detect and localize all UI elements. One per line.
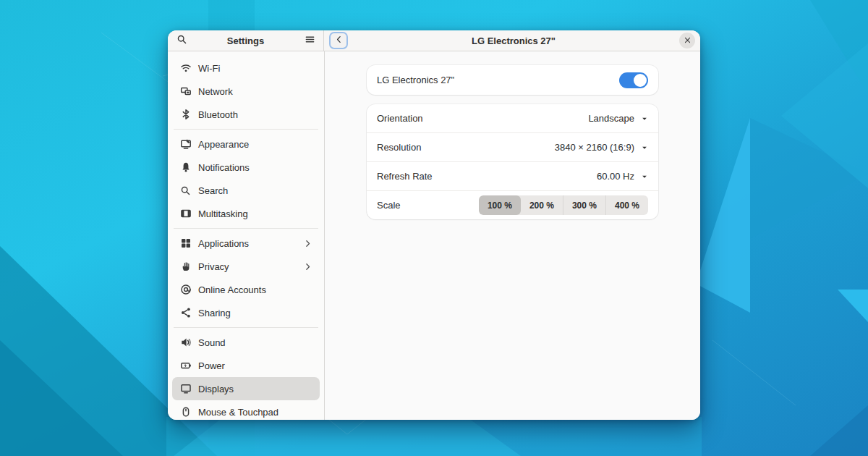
sidebar-item-sharing[interactable]: Sharing xyxy=(172,301,320,324)
search-button[interactable] xyxy=(173,32,190,49)
resolution-row[interactable]: Resolution3840 × 2160 (16:9) xyxy=(367,133,658,162)
sidebar-item-label: Privacy xyxy=(198,261,297,272)
row-label: Orientation xyxy=(377,113,423,124)
page-title: LG Electronics 27" xyxy=(348,35,679,46)
sidebar-item-label: Sound xyxy=(198,337,312,348)
wifi-icon xyxy=(179,62,192,74)
speaker-icon xyxy=(179,337,192,348)
display-toggle-switch[interactable] xyxy=(619,72,648,88)
settings-window: Settings LG Electronics 27" Wi-FiNetwork… xyxy=(168,30,700,420)
display-toggle-row[interactable]: LG Electronics 27" xyxy=(367,65,658,95)
scale-option-100pct[interactable]: 100 % xyxy=(479,195,521,215)
battery-icon xyxy=(179,360,192,371)
hamburger-menu-icon xyxy=(305,34,315,47)
bell-icon xyxy=(179,161,192,173)
sidebar-item-label: Mouse & Touchpad xyxy=(198,407,312,418)
row-value: 3840 × 2160 (16:9) xyxy=(555,142,634,153)
sidebar-separator xyxy=(174,129,318,130)
sidebar-item-label: Notifications xyxy=(198,162,312,173)
orientation-row[interactable]: OrientationLandscape xyxy=(367,104,658,133)
sidebar-title: Settings xyxy=(190,35,301,46)
scale-option-200pct[interactable]: 200 % xyxy=(521,195,563,215)
sidebar-item-label: Applications xyxy=(198,238,297,249)
at-icon xyxy=(179,284,192,295)
sidebar-item-power[interactable]: Power xyxy=(172,354,320,377)
display-settings-card: OrientationLandscapeResolution3840 × 216… xyxy=(367,104,658,219)
desktop: Settings LG Electronics 27" Wi-FiNetwork… xyxy=(0,0,868,456)
sidebar: Wi-FiNetworkBluetoothAppearanceNotificat… xyxy=(168,51,325,420)
back-button[interactable] xyxy=(329,32,348,49)
sidebar-item-network[interactable]: Network xyxy=(172,80,320,103)
chevron-right-icon xyxy=(303,262,312,271)
scale-row: Scale100 %200 %300 %400 % xyxy=(367,191,658,219)
sidebar-item-appearance[interactable]: Appearance xyxy=(172,132,320,156)
sidebar-item-privacy[interactable]: Privacy xyxy=(172,255,320,278)
scale-segmented-control: 100 %200 %300 %400 % xyxy=(479,195,648,215)
close-button[interactable] xyxy=(679,33,695,48)
sidebar-item-notifications[interactable]: Notifications xyxy=(172,156,320,179)
search-icon xyxy=(176,34,187,47)
row-label: Resolution xyxy=(377,142,421,153)
mouse-icon xyxy=(179,406,192,418)
sidebar-item-label: Sharing xyxy=(198,308,312,318)
chevron-right-icon xyxy=(303,239,312,248)
appearance-icon xyxy=(179,138,192,150)
pan-down-icon xyxy=(641,115,648,122)
sidebar-item-search[interactable]: Search xyxy=(172,179,320,202)
sidebar-item-label: Search xyxy=(198,185,312,196)
bluetooth-icon xyxy=(179,109,192,120)
sidebar-separator xyxy=(174,327,318,328)
pan-down-icon xyxy=(641,144,648,151)
sidebar-item-wi-fi[interactable]: Wi-Fi xyxy=(172,56,320,80)
scale-label: Scale xyxy=(377,200,401,211)
sidebar-headerbar: Settings xyxy=(168,30,324,51)
sidebar-item-online-accounts[interactable]: Online Accounts xyxy=(172,278,320,301)
sidebar-item-label: Displays xyxy=(198,384,312,394)
sidebar-item-applications[interactable]: Applications xyxy=(172,232,320,255)
switch-knob xyxy=(634,74,647,87)
sidebar-item-displays[interactable]: Displays xyxy=(172,377,320,400)
network-icon xyxy=(179,85,192,97)
window-body: Wi-FiNetworkBluetoothAppearanceNotificat… xyxy=(168,51,700,420)
search-icon xyxy=(179,185,192,196)
sidebar-item-label: Network xyxy=(198,86,312,97)
sidebar-item-label: Wi-Fi xyxy=(198,63,312,74)
row-label: Refresh Rate xyxy=(377,171,433,182)
sidebar-item-label: Multitasking xyxy=(198,208,312,219)
content-area: LG Electronics 27" OrientationLandscapeR… xyxy=(325,51,700,420)
close-icon xyxy=(684,35,692,46)
scale-option-300pct[interactable]: 300 % xyxy=(563,195,605,215)
main-menu-button[interactable] xyxy=(301,32,318,49)
sidebar-item-label: Power xyxy=(198,360,312,371)
scale-option-400pct[interactable]: 400 % xyxy=(605,195,648,215)
row-value: Landscape xyxy=(588,113,634,124)
share-icon xyxy=(179,307,192,318)
privacy-hand-icon xyxy=(179,261,192,272)
sidebar-item-sound[interactable]: Sound xyxy=(172,331,320,354)
sidebar-separator xyxy=(174,228,318,229)
sidebar-item-mouse-touchpad[interactable]: Mouse & Touchpad xyxy=(172,400,320,420)
sidebar-item-label: Bluetooth xyxy=(198,109,312,120)
display-name-label: LG Electronics 27" xyxy=(377,75,454,85)
row-value: 60.00 Hz xyxy=(597,171,634,182)
applications-icon xyxy=(179,237,192,249)
content-headerbar: LG Electronics 27" xyxy=(324,30,700,51)
display-icon xyxy=(179,383,192,394)
pan-down-icon xyxy=(641,173,648,180)
chevron-left-icon xyxy=(334,35,344,46)
sidebar-item-bluetooth[interactable]: Bluetooth xyxy=(172,103,320,126)
sidebar-item-multitasking[interactable]: Multitasking xyxy=(172,202,320,225)
sidebar-item-label: Online Accounts xyxy=(198,284,312,295)
sidebar-item-label: Appearance xyxy=(198,139,312,150)
headerbar: Settings LG Electronics 27" xyxy=(168,30,700,51)
multitasking-icon xyxy=(179,208,192,219)
refresh-rate-row[interactable]: Refresh Rate60.00 Hz xyxy=(367,162,658,191)
